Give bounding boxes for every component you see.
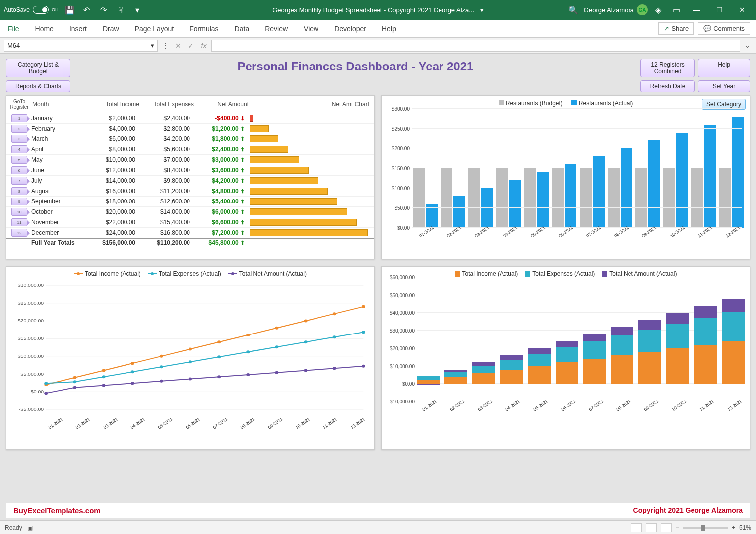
enter-formula-icon[interactable]: ✓ [186, 42, 196, 50]
expand-formula-icon[interactable]: ⌄ [742, 42, 752, 49]
zoom-out-icon[interactable]: − [676, 524, 679, 531]
tab-home[interactable]: Home [33, 22, 56, 36]
normal-view-button[interactable] [631, 523, 642, 532]
status-bar: Ready ▣ − + 51% [0, 520, 756, 534]
goto-register-button[interactable]: 6 [11, 166, 27, 174]
zoom-in-icon[interactable]: + [732, 524, 735, 531]
svg-point-31 [131, 370, 134, 373]
page-layout-view-button[interactable] [646, 523, 657, 532]
net-cell: $4,200.00 ⬆ [195, 177, 250, 184]
tab-help[interactable]: Help [380, 22, 398, 36]
table-row: 5 May $10,000.00 $7,000.00 $3,000.00 ⬆ [6, 155, 374, 165]
stacked-bar [666, 277, 689, 401]
net-cell: $4,800.00 ⬆ [195, 188, 250, 195]
status-ready: Ready [5, 524, 22, 531]
tab-file[interactable]: File [6, 22, 21, 36]
touch-mode-icon[interactable]: ☟ [113, 2, 128, 17]
autosave-toggle[interactable]: AutoSave Off [4, 6, 58, 14]
search-icon[interactable]: 🔍 [566, 2, 581, 17]
goto-register-button[interactable]: 11 [11, 218, 27, 226]
table-row: 12 December $24,000.00 $16,800.00 $7,200… [6, 228, 374, 238]
col-income: Total Income [86, 99, 140, 110]
tab-developer[interactable]: Developer [332, 22, 368, 36]
goto-register-button[interactable]: 8 [11, 187, 27, 195]
zoom-level[interactable]: 51% [739, 524, 751, 531]
month-cell: October [31, 208, 86, 215]
refresh-date-button[interactable]: Refresh Date [640, 80, 695, 92]
stacked-bar [583, 277, 606, 401]
bar-pair [412, 168, 438, 228]
tab-page-layout[interactable]: Page Layout [133, 22, 176, 36]
row-height-icon[interactable]: ⋮ [160, 42, 171, 49]
arrow-up-icon: ⬆ [240, 157, 245, 163]
goto-register-button[interactable]: 1 [11, 114, 27, 122]
goto-register-button[interactable]: 2 [11, 125, 27, 133]
page-break-view-button[interactable] [661, 523, 672, 532]
legend-swatch-income [455, 271, 460, 277]
redo-icon[interactable]: ↷ [96, 2, 111, 17]
formula-input[interactable] [211, 40, 740, 52]
goto-register-button[interactable]: 7 [11, 177, 27, 185]
expenses-cell: $2,800.00 [140, 125, 195, 132]
set-year-button[interactable]: Set Year [698, 80, 750, 92]
goto-register-button[interactable]: 9 [11, 198, 27, 205]
expenses-cell: $8,400.00 [140, 167, 195, 174]
tab-review[interactable]: Review [263, 22, 290, 36]
goto-register-button[interactable]: 12 [11, 229, 27, 237]
maximize-button[interactable]: ☐ [709, 0, 729, 20]
help-button[interactable]: Help [698, 59, 750, 77]
cancel-formula-icon[interactable]: ✕ [173, 42, 184, 50]
goto-register-button[interactable]: 3 [11, 135, 27, 143]
save-icon[interactable]: 💾 [63, 2, 77, 17]
goto-register-button[interactable]: 5 [11, 156, 27, 164]
tab-view[interactable]: View [302, 22, 320, 36]
restaurants-legend: Restaurants (Budget) Restaurants (Actual… [387, 100, 745, 107]
svg-point-28 [44, 382, 48, 385]
user-avatar-icon[interactable]: GA [637, 4, 648, 15]
tab-formulas[interactable]: Formulas [188, 22, 220, 36]
svg-point-21 [189, 348, 192, 351]
category-list-button[interactable]: Category List & Budget [6, 59, 70, 77]
income-cell: $10,000.00 [86, 156, 140, 163]
tab-insert[interactable]: Insert [67, 22, 89, 36]
income-cell: $4,000.00 [86, 125, 140, 132]
arrow-up-icon: ⬆ [240, 136, 245, 142]
toggle-icon [33, 6, 49, 14]
legend-swatch-budget [499, 100, 504, 105]
svg-point-18 [102, 369, 106, 372]
stacked-chart-legend: Total Income (Actual) Total Expenses (Ac… [387, 270, 745, 277]
ribbon-display-icon[interactable]: ▭ [669, 2, 684, 17]
macro-recorder-icon[interactable]: ▣ [27, 524, 33, 531]
zoom-slider[interactable] [683, 527, 728, 529]
goto-register-button[interactable]: 10 [11, 208, 27, 216]
title-bar: AutoSave Off 💾 ↶ ↷ ☟ ▾ Georges Monthly B… [0, 0, 756, 20]
fx-icon[interactable]: fx [198, 42, 209, 50]
legend-swatch-expenses [525, 271, 530, 277]
registers-combined-button[interactable]: 12 Registers Combined [640, 59, 695, 77]
document-title: Georges Monthly Budget Spreadsheet - Cop… [272, 6, 483, 14]
goto-register-button[interactable]: 4 [11, 145, 27, 153]
totals-label: Full Year Totals [31, 239, 86, 246]
minimize-button[interactable]: — [687, 0, 706, 20]
comments-button[interactable]: 💬Comments [698, 22, 750, 35]
close-button[interactable]: ✕ [732, 0, 752, 20]
tab-data[interactable]: Data [233, 22, 252, 36]
stacked-bar [556, 277, 578, 401]
bar-pair [496, 168, 522, 228]
svg-point-41 [73, 386, 76, 389]
svg-point-23 [246, 334, 250, 336]
diamond-icon[interactable]: ◈ [651, 2, 666, 17]
name-box[interactable]: M64▾ [4, 40, 158, 52]
share-button[interactable]: ↗Share [658, 22, 694, 35]
net-cell: $6,600.00 ⬆ [195, 219, 250, 226]
net-cell: $3,600.00 ⬆ [195, 167, 250, 174]
bar-pair [718, 117, 745, 228]
reports-charts-button[interactable]: Reports & Charts [6, 80, 70, 92]
undo-icon[interactable]: ↶ [79, 2, 94, 17]
income-cell: $6,000.00 [86, 135, 140, 142]
tab-draw[interactable]: Draw [101, 22, 121, 36]
svg-text:-$5,000.00: -$5,000.00 [19, 407, 44, 412]
income-cell: $16,000.00 [86, 188, 140, 195]
svg-point-33 [189, 360, 192, 363]
qat-dropdown-icon[interactable]: ▾ [130, 2, 145, 17]
